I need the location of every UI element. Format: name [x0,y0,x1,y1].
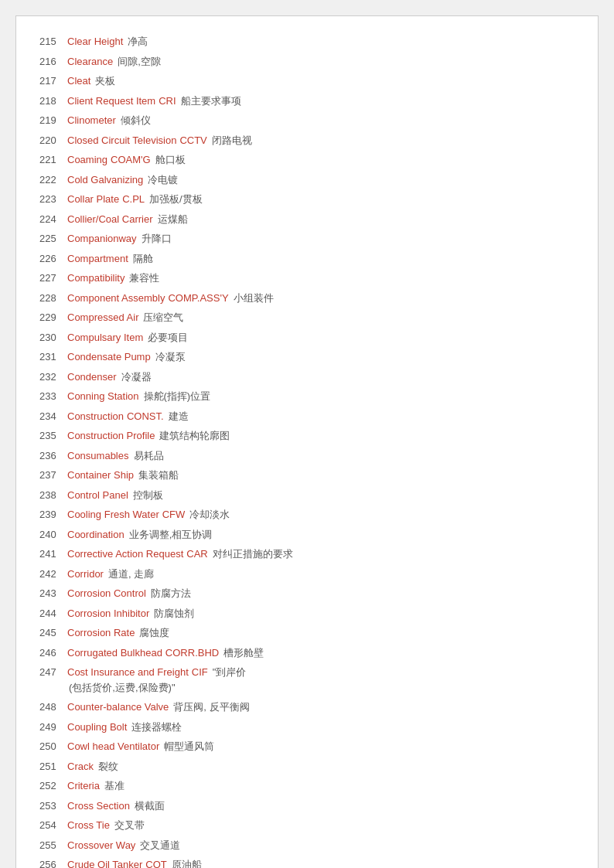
entry-number: 231 [39,349,67,365]
entry-zh: 船主要求事项 [181,94,241,109]
list-item: 226Compartment隔舱 [39,249,575,269]
entry-term: Counter-balance Valve [67,700,169,715]
entry-term: Consumables [67,448,129,464]
entry-term: Construction [67,409,124,424]
entry-term: Clear Height [67,34,123,49]
entry-zh: 对纠正措施的要求 [213,546,293,562]
entry-number: 215 [39,34,67,49]
entry-abbr: C.PL [122,192,145,207]
list-item: 247Cost Insurance and FreightCIF"到岸价(包括货… [39,662,575,697]
entry-term: Corrosion Control [67,586,146,601]
entry-zh: 腐蚀度 [139,625,169,641]
entry-term: Corrosion Rate [67,625,135,641]
entry-term: Compatibility [67,271,125,286]
entry-number: 225 [39,231,67,247]
entry-number: 217 [39,73,67,89]
entry-number: 226 [39,251,67,267]
list-item: 253Cross Section横截面 [39,796,575,816]
list-item: 248Counter-balance Valve背压阀, 反平衡阀 [39,697,575,717]
entry-zh: 建造 [169,409,189,424]
entry-zh: 闭路电视 [212,133,252,148]
entry-number: 240 [39,527,67,543]
list-item: 228Component AssemblyCOMP.ASS'Y小组装件 [39,288,575,308]
entry-zh: 基准 [104,778,125,794]
entry-abbr: CRI [159,94,176,109]
entry-number: 243 [39,586,67,601]
list-item: 231Condensate Pump冷凝泵 [39,347,575,367]
list-item: 234ConstructionCONST.建造 [39,407,575,427]
entry-abbr: COAM'G [111,152,151,168]
entry-zh: 防腐方法 [151,586,191,601]
entry-term: Compulsary Item [67,330,143,345]
list-item: 255Crossover Way交叉通道 [39,836,575,856]
entry-zh-continued: (包括货价,运费,保险费)" [41,680,575,696]
entry-number: 236 [39,448,67,464]
entry-zh: 操舵(指挥)位置 [144,389,211,404]
entry-abbr: CCTV [179,133,206,148]
entry-number: 234 [39,409,67,424]
entry-zh: 冷凝器 [121,369,152,385]
entry-term: Cleat [67,73,90,89]
list-item: 220Closed Circuit TelevisionCCTV闭路电视 [39,131,575,151]
entry-number: 230 [39,330,67,345]
entry-zh: 夹板 [95,73,115,89]
entry-term: Container Ship [67,468,134,483]
list-item: 222Cold Galvanizing冷电镀 [39,170,575,190]
entry-zh: 必要项目 [148,330,188,345]
entry-abbr: CAR [186,546,207,562]
entry-number: 244 [39,606,67,621]
entry-zh: 建筑结构轮廓图 [159,428,230,444]
entry-number: 245 [39,625,67,641]
entry-number: 242 [39,567,67,582]
entry-term: Cross Section [67,798,130,814]
list-item: 218Client Request ItemCRI船主要求事项 [39,91,575,111]
list-item: 249Coupling Bolt连接器螺栓 [39,717,575,737]
entry-term: Corrugated Bulkhead [67,645,162,661]
entry-term: Compressed Air [67,310,138,325]
entry-number: 216 [39,54,67,70]
list-item: 246Corrugated BulkheadCORR.BHD槽形舱壁 [39,643,575,663]
entry-number: 253 [39,798,67,814]
list-item: 239Cooling Fresh WaterCFW冷却淡水 [39,505,575,525]
entry-zh: 背压阀, 反平衡阀 [173,700,249,715]
entry-number: 224 [39,212,67,227]
entry-zh: 原油船 [172,857,202,868]
entry-zh: 冷电镀 [148,172,178,188]
entry-number: 254 [39,818,67,833]
entry-term: Companionway [67,231,137,247]
entry-number: 247 [39,665,67,680]
entry-number: 220 [39,133,67,148]
entry-zh: 运煤船 [158,212,188,227]
entry-number: 228 [39,291,67,306]
entry-zh: 集装箱船 [138,468,179,483]
entry-term: Cost Insurance and Freight [67,665,189,680]
entry-zh: 舱口板 [155,152,186,168]
list-item: 256Crude Oil TankerCOT原油船 [39,855,575,868]
entry-term: Clinometer [67,113,116,128]
entry-term: Clearance [67,54,113,70]
entry-number: 241 [39,546,67,562]
entry-term: Cooling Fresh Water [67,507,159,523]
entry-abbr: CORR.BHD [165,645,219,661]
entry-zh: 冷却淡水 [189,507,230,523]
entry-zh: 控制板 [133,488,163,503]
list-item: 235Construction Profile建筑结构轮廓图 [39,426,575,446]
list-item: 242Corridor通道, 走廊 [39,564,575,584]
entry-term: Criteria [67,778,100,794]
list-item: 230Compulsary Item必要项目 [39,328,575,348]
list-item: 243Corrosion Control防腐方法 [39,584,575,604]
list-item: 236Consumables易耗品 [39,446,575,466]
list-item: 238Control Panel控制板 [39,485,575,505]
entry-zh: 通道, 走廊 [108,567,154,582]
list-item: 232Condenser冷凝器 [39,367,575,387]
main-page: 215Clear Height净高216Clearance间隙,空隙217Cle… [15,15,599,868]
entry-term: Conning Station [67,389,139,404]
entry-term: Construction Profile [67,428,155,444]
entry-number: 237 [39,468,67,483]
entry-number: 255 [39,838,67,853]
entry-zh: 槽形舱壁 [223,645,264,661]
entry-term: Crossover Way [67,838,135,853]
entry-term: Corrosion Inhibitor [67,606,149,621]
entry-term: Compartment [67,251,128,267]
entry-number: 249 [39,720,67,735]
